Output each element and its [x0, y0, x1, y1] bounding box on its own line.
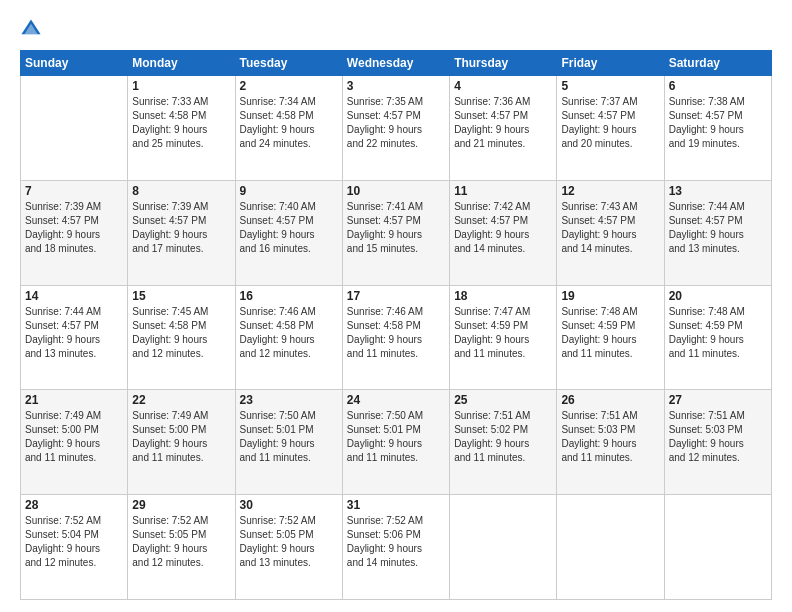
day-number: 24 — [347, 393, 445, 407]
day-number: 7 — [25, 184, 123, 198]
day-cell — [21, 76, 128, 181]
day-info: Sunrise: 7:52 AM Sunset: 5:05 PM Dayligh… — [132, 515, 208, 568]
day-cell: 22Sunrise: 7:49 AM Sunset: 5:00 PM Dayli… — [128, 390, 235, 495]
day-cell: 5Sunrise: 7:37 AM Sunset: 4:57 PM Daylig… — [557, 76, 664, 181]
day-info: Sunrise: 7:45 AM Sunset: 4:58 PM Dayligh… — [132, 306, 208, 359]
day-cell: 4Sunrise: 7:36 AM Sunset: 4:57 PM Daylig… — [450, 76, 557, 181]
day-info: Sunrise: 7:50 AM Sunset: 5:01 PM Dayligh… — [240, 410, 316, 463]
day-number: 19 — [561, 289, 659, 303]
day-number: 8 — [132, 184, 230, 198]
day-info: Sunrise: 7:52 AM Sunset: 5:06 PM Dayligh… — [347, 515, 423, 568]
day-number: 23 — [240, 393, 338, 407]
day-cell: 25Sunrise: 7:51 AM Sunset: 5:02 PM Dayli… — [450, 390, 557, 495]
day-number: 12 — [561, 184, 659, 198]
day-cell — [557, 495, 664, 600]
day-number: 22 — [132, 393, 230, 407]
day-cell: 13Sunrise: 7:44 AM Sunset: 4:57 PM Dayli… — [664, 180, 771, 285]
day-cell: 24Sunrise: 7:50 AM Sunset: 5:01 PM Dayli… — [342, 390, 449, 495]
day-info: Sunrise: 7:51 AM Sunset: 5:03 PM Dayligh… — [561, 410, 637, 463]
day-info: Sunrise: 7:51 AM Sunset: 5:03 PM Dayligh… — [669, 410, 745, 463]
col-header-friday: Friday — [557, 51, 664, 76]
col-header-saturday: Saturday — [664, 51, 771, 76]
day-cell: 7Sunrise: 7:39 AM Sunset: 4:57 PM Daylig… — [21, 180, 128, 285]
day-number: 14 — [25, 289, 123, 303]
day-cell: 23Sunrise: 7:50 AM Sunset: 5:01 PM Dayli… — [235, 390, 342, 495]
day-info: Sunrise: 7:37 AM Sunset: 4:57 PM Dayligh… — [561, 96, 637, 149]
day-cell: 17Sunrise: 7:46 AM Sunset: 4:58 PM Dayli… — [342, 285, 449, 390]
day-number: 30 — [240, 498, 338, 512]
day-info: Sunrise: 7:44 AM Sunset: 4:57 PM Dayligh… — [669, 201, 745, 254]
day-info: Sunrise: 7:36 AM Sunset: 4:57 PM Dayligh… — [454, 96, 530, 149]
day-info: Sunrise: 7:47 AM Sunset: 4:59 PM Dayligh… — [454, 306, 530, 359]
day-cell: 26Sunrise: 7:51 AM Sunset: 5:03 PM Dayli… — [557, 390, 664, 495]
day-cell: 3Sunrise: 7:35 AM Sunset: 4:57 PM Daylig… — [342, 76, 449, 181]
header — [20, 18, 772, 40]
day-info: Sunrise: 7:52 AM Sunset: 5:05 PM Dayligh… — [240, 515, 316, 568]
col-header-wednesday: Wednesday — [342, 51, 449, 76]
day-number: 20 — [669, 289, 767, 303]
day-number: 5 — [561, 79, 659, 93]
day-info: Sunrise: 7:34 AM Sunset: 4:58 PM Dayligh… — [240, 96, 316, 149]
week-row-2: 14Sunrise: 7:44 AM Sunset: 4:57 PM Dayli… — [21, 285, 772, 390]
day-info: Sunrise: 7:42 AM Sunset: 4:57 PM Dayligh… — [454, 201, 530, 254]
day-cell: 6Sunrise: 7:38 AM Sunset: 4:57 PM Daylig… — [664, 76, 771, 181]
day-cell: 9Sunrise: 7:40 AM Sunset: 4:57 PM Daylig… — [235, 180, 342, 285]
day-number: 17 — [347, 289, 445, 303]
day-cell: 18Sunrise: 7:47 AM Sunset: 4:59 PM Dayli… — [450, 285, 557, 390]
col-header-tuesday: Tuesday — [235, 51, 342, 76]
day-cell: 21Sunrise: 7:49 AM Sunset: 5:00 PM Dayli… — [21, 390, 128, 495]
day-info: Sunrise: 7:40 AM Sunset: 4:57 PM Dayligh… — [240, 201, 316, 254]
day-number: 25 — [454, 393, 552, 407]
col-header-sunday: Sunday — [21, 51, 128, 76]
week-row-3: 21Sunrise: 7:49 AM Sunset: 5:00 PM Dayli… — [21, 390, 772, 495]
day-number: 18 — [454, 289, 552, 303]
day-info: Sunrise: 7:39 AM Sunset: 4:57 PM Dayligh… — [25, 201, 101, 254]
day-info: Sunrise: 7:49 AM Sunset: 5:00 PM Dayligh… — [132, 410, 208, 463]
col-header-thursday: Thursday — [450, 51, 557, 76]
week-row-4: 28Sunrise: 7:52 AM Sunset: 5:04 PM Dayli… — [21, 495, 772, 600]
week-row-1: 7Sunrise: 7:39 AM Sunset: 4:57 PM Daylig… — [21, 180, 772, 285]
day-cell: 31Sunrise: 7:52 AM Sunset: 5:06 PM Dayli… — [342, 495, 449, 600]
day-number: 29 — [132, 498, 230, 512]
day-cell: 27Sunrise: 7:51 AM Sunset: 5:03 PM Dayli… — [664, 390, 771, 495]
day-number: 16 — [240, 289, 338, 303]
day-cell: 12Sunrise: 7:43 AM Sunset: 4:57 PM Dayli… — [557, 180, 664, 285]
day-info: Sunrise: 7:33 AM Sunset: 4:58 PM Dayligh… — [132, 96, 208, 149]
day-cell — [450, 495, 557, 600]
day-info: Sunrise: 7:50 AM Sunset: 5:01 PM Dayligh… — [347, 410, 423, 463]
page: SundayMondayTuesdayWednesdayThursdayFrid… — [0, 0, 792, 612]
day-cell: 19Sunrise: 7:48 AM Sunset: 4:59 PM Dayli… — [557, 285, 664, 390]
col-header-monday: Monday — [128, 51, 235, 76]
day-number: 10 — [347, 184, 445, 198]
day-info: Sunrise: 7:49 AM Sunset: 5:00 PM Dayligh… — [25, 410, 101, 463]
week-row-0: 1Sunrise: 7:33 AM Sunset: 4:58 PM Daylig… — [21, 76, 772, 181]
day-info: Sunrise: 7:39 AM Sunset: 4:57 PM Dayligh… — [132, 201, 208, 254]
day-info: Sunrise: 7:43 AM Sunset: 4:57 PM Dayligh… — [561, 201, 637, 254]
calendar: SundayMondayTuesdayWednesdayThursdayFrid… — [20, 50, 772, 600]
day-cell: 14Sunrise: 7:44 AM Sunset: 4:57 PM Dayli… — [21, 285, 128, 390]
day-cell: 28Sunrise: 7:52 AM Sunset: 5:04 PM Dayli… — [21, 495, 128, 600]
day-info: Sunrise: 7:41 AM Sunset: 4:57 PM Dayligh… — [347, 201, 423, 254]
day-cell: 29Sunrise: 7:52 AM Sunset: 5:05 PM Dayli… — [128, 495, 235, 600]
day-number: 11 — [454, 184, 552, 198]
day-number: 13 — [669, 184, 767, 198]
day-info: Sunrise: 7:52 AM Sunset: 5:04 PM Dayligh… — [25, 515, 101, 568]
day-number: 21 — [25, 393, 123, 407]
day-number: 31 — [347, 498, 445, 512]
day-info: Sunrise: 7:51 AM Sunset: 5:02 PM Dayligh… — [454, 410, 530, 463]
logo — [20, 18, 44, 40]
day-cell: 16Sunrise: 7:46 AM Sunset: 4:58 PM Dayli… — [235, 285, 342, 390]
day-number: 2 — [240, 79, 338, 93]
day-info: Sunrise: 7:38 AM Sunset: 4:57 PM Dayligh… — [669, 96, 745, 149]
day-cell: 8Sunrise: 7:39 AM Sunset: 4:57 PM Daylig… — [128, 180, 235, 285]
day-number: 4 — [454, 79, 552, 93]
day-number: 9 — [240, 184, 338, 198]
day-info: Sunrise: 7:48 AM Sunset: 4:59 PM Dayligh… — [669, 306, 745, 359]
day-info: Sunrise: 7:44 AM Sunset: 4:57 PM Dayligh… — [25, 306, 101, 359]
day-info: Sunrise: 7:46 AM Sunset: 4:58 PM Dayligh… — [347, 306, 423, 359]
day-info: Sunrise: 7:48 AM Sunset: 4:59 PM Dayligh… — [561, 306, 637, 359]
day-number: 6 — [669, 79, 767, 93]
day-cell: 2Sunrise: 7:34 AM Sunset: 4:58 PM Daylig… — [235, 76, 342, 181]
day-number: 3 — [347, 79, 445, 93]
day-number: 1 — [132, 79, 230, 93]
